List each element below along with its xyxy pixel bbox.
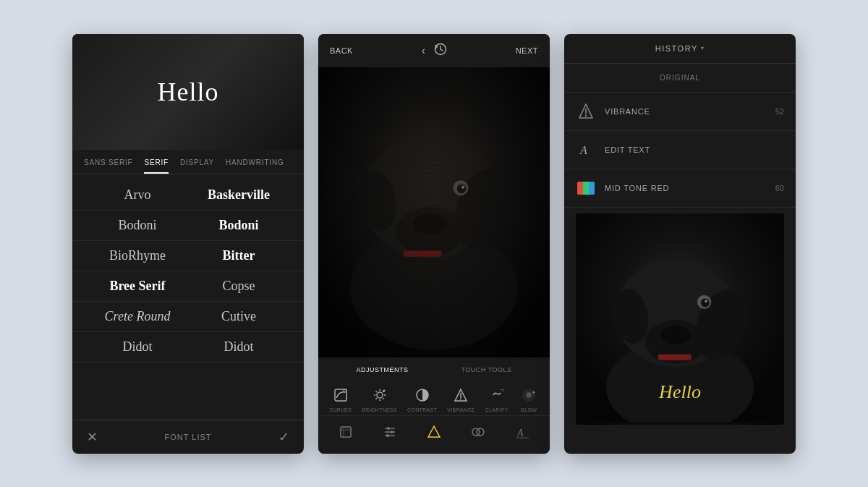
svg-point-27 <box>460 398 461 399</box>
svg-marker-44 <box>428 426 440 437</box>
vibrance-label: VIBRANCE <box>447 407 475 412</box>
text-tool[interactable]: A <box>512 422 532 442</box>
triangle-tool[interactable] <box>424 422 444 442</box>
thumbnail-hello-text: Hello <box>659 381 701 403</box>
font-list-label: FONT LIST <box>164 433 211 441</box>
photo-header: BACK ‹ NEXT <box>318 34 550 67</box>
svg-line-19 <box>375 391 376 391</box>
vibrance-name: VIBRANCE <box>605 107 767 116</box>
check-icon[interactable]: ✓ <box>278 429 289 445</box>
svg-point-31 <box>526 392 532 398</box>
clarify-icon <box>487 385 507 405</box>
adjustments-tab[interactable]: ADJUSTMENTS <box>356 366 408 373</box>
history-list: ORIGINAL VIBRANCE 52 A <box>564 64 796 454</box>
svg-point-43 <box>386 434 389 437</box>
hello-preview: Hello <box>158 77 219 107</box>
tab-serif[interactable]: SERIF <box>144 156 168 174</box>
font-name-bodoni1[interactable]: Bodoni <box>87 218 188 233</box>
glow-icon <box>519 385 539 405</box>
svg-line-28 <box>503 391 503 391</box>
history-item-original[interactable]: ORIGINAL <box>564 64 796 93</box>
sliders-tool[interactable] <box>380 422 400 442</box>
tab-sans-serif[interactable]: SANS SERIF <box>84 156 132 174</box>
font-name-bitter[interactable]: Bitter <box>188 248 289 263</box>
history-title: HISTORY ▾ <box>655 44 705 53</box>
tab-handwriting[interactable]: HANDWRITING <box>226 156 284 174</box>
crop-tool[interactable] <box>336 422 356 442</box>
text-a-icon: A <box>576 140 596 160</box>
font-name-biorhyme[interactable]: BioRhyme <box>87 248 188 263</box>
vibrance-icon <box>576 101 596 122</box>
svg-rect-12 <box>335 389 346 401</box>
font-panel: Hello SANS SERIF SERIF DISPLAY HANDWRITI… <box>72 34 304 454</box>
font-name-copse[interactable]: Copse <box>188 279 289 294</box>
svg-line-22 <box>375 398 376 399</box>
font-row[interactable]: Bodoni Bodoni <box>72 211 304 241</box>
photo-area <box>318 67 550 357</box>
contrast-tool[interactable]: CONTRAST <box>407 385 437 412</box>
close-icon[interactable]: ✕ <box>87 429 98 445</box>
curves-tool[interactable]: CURVES <box>329 385 352 412</box>
font-name-arvo[interactable]: Arvo <box>87 187 188 203</box>
contrast-icon <box>412 385 433 405</box>
svg-rect-35 <box>341 427 351 437</box>
adj-tools: CURVES BRIGHTNESS CONTRAST <box>318 379 550 415</box>
history-icon[interactable] <box>434 43 447 59</box>
svg-point-62 <box>705 300 707 302</box>
midtone-color-swatch <box>577 182 595 195</box>
svg-line-20 <box>383 398 383 399</box>
history-item-vibrance[interactable]: VIBRANCE 52 <box>564 93 796 131</box>
font-name-didot1[interactable]: Didot <box>87 339 188 355</box>
font-row[interactable]: Crete Round Cutive <box>72 302 304 332</box>
svg-point-51 <box>585 114 587 116</box>
svg-text:A: A <box>516 428 524 439</box>
font-row[interactable]: Arvo Baskerville <box>72 180 304 211</box>
adj-tabs: ADJUSTMENTS TOUCH TOOLS <box>318 363 550 376</box>
history-item-edit-text[interactable]: A EDIT TEXT <box>564 131 796 169</box>
midtone-name: MID TONE RED <box>605 184 767 192</box>
dog-photo <box>318 67 550 357</box>
history-item-midtone[interactable]: MID TONE RED 60 <box>564 169 796 208</box>
chevron-left-icon[interactable]: ‹ <box>422 44 425 57</box>
svg-point-23 <box>383 389 385 391</box>
font-name-didot2[interactable]: Didot <box>188 339 289 355</box>
photo-overlay <box>318 67 550 357</box>
font-name-bodoni2[interactable]: Bodoni <box>188 218 289 233</box>
nav-icons: ‹ <box>422 43 447 59</box>
font-name-baskerville[interactable]: Baskerville <box>188 187 289 203</box>
font-row[interactable]: BioRhyme Bitter <box>72 241 304 271</box>
glow-tool[interactable]: GLOW <box>519 385 539 412</box>
svg-point-34 <box>532 391 535 393</box>
midtone-value: 60 <box>775 184 784 192</box>
rgb-icon <box>576 178 596 198</box>
font-name-crete[interactable]: Crete Round <box>87 309 188 324</box>
brightness-icon <box>370 385 390 405</box>
vibrance-icon <box>451 385 471 405</box>
curves-icon <box>331 385 351 405</box>
tab-display[interactable]: DISPLAY <box>180 156 214 174</box>
next-button[interactable]: NEXT <box>516 46 538 55</box>
vibrance-tool[interactable]: VIBRANCE <box>447 385 475 412</box>
svg-rect-63 <box>658 354 692 360</box>
brightness-tool[interactable]: BRIGHTNESS <box>362 385 397 412</box>
history-header: HISTORY ▾ <box>564 34 796 64</box>
font-name-cutive[interactable]: Cutive <box>188 309 289 324</box>
adjustments-bar: ADJUSTMENTS TOUCH TOOLS CURVES BRIGHTNES… <box>318 357 550 454</box>
blend-tool[interactable] <box>468 422 488 442</box>
photo-panel: BACK ‹ NEXT <box>318 34 550 454</box>
dropdown-arrow-icon[interactable]: ▾ <box>701 45 705 51</box>
font-row[interactable]: Bree Serif Copse <box>72 271 304 302</box>
font-panel-header: Hello <box>72 34 304 150</box>
touch-tools-tab[interactable]: TOUCH TOOLS <box>461 366 511 373</box>
history-thumbnail: Hello <box>576 213 784 425</box>
svg-point-61 <box>701 298 710 307</box>
font-list: Arvo Baskerville Bodoni Bodoni BioRhyme … <box>72 174 304 420</box>
svg-line-29 <box>501 389 502 390</box>
thumbnail-photo: Hello <box>576 213 784 425</box>
clarify-tool[interactable]: CLARIFY <box>485 385 509 412</box>
font-row[interactable]: Didot Didot <box>72 332 304 363</box>
back-button[interactable]: BACK <box>330 46 353 55</box>
svg-point-46 <box>477 428 484 436</box>
svg-point-14 <box>377 392 383 398</box>
font-name-bree[interactable]: Bree Serif <box>87 279 188 294</box>
